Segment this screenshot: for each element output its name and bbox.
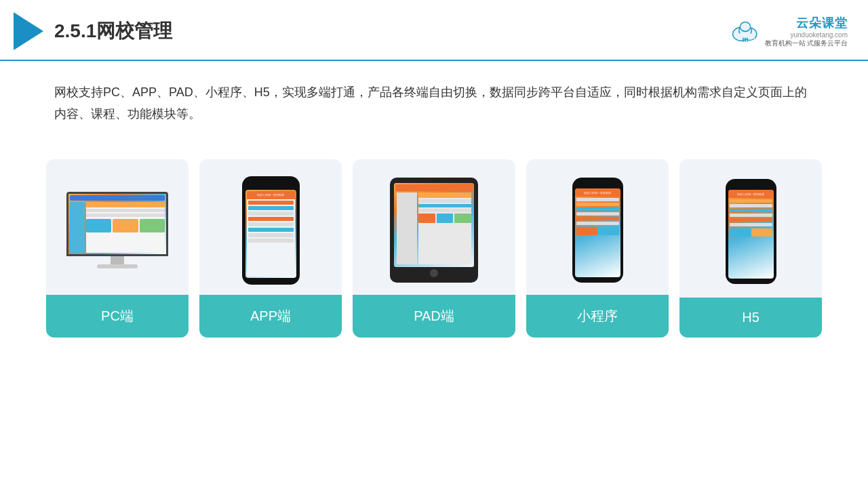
mini-phone-screen-miniprogram: 职进人的第一堂职能课 [575,188,620,277]
tablet-body [395,191,473,266]
phone-screen-header-app: 职进人的第一堂职能课 [247,191,295,199]
pc-stand-base [97,264,138,268]
pc-content-area [70,202,165,253]
card-h5-image: 职进人的第一堂职能课 [679,159,822,298]
mini-phone-h5: 职进人的第一堂职能课 [726,179,776,284]
screen-row-3 [248,211,294,216]
brand-tagline: 教育机构一站 式服务云平台 [765,39,848,47]
mini-phone-miniprogram: 职进人的第一堂职能课 [572,178,623,283]
header-right: 云朵课堂 yunduoketang.com 教育机构一站 式服务云平台 [730,15,848,47]
card-h5-label: H5 [679,298,822,338]
phone-notch-app [260,183,281,187]
screen-row-4 [248,217,294,221]
phone-screen-body-app [247,199,295,277]
screen-row-8 [248,239,294,243]
card-pad: PAD端 [353,159,515,338]
description-text: 网校支持PC、APP、PAD、小程序、H5，实现多端打通，产品各终端自由切换，数… [0,61,868,132]
card-pc: PC端 [46,159,189,338]
card-app-image: 职进人的第一堂职能课 [199,159,342,295]
phone-screen-content-app: 职进人的第一堂职能课 [245,190,296,278]
mini-phone-notch-h5 [743,184,759,188]
brand-name: 云朵课堂 [765,15,848,31]
phone-screen-app: 职进人的第一堂职能课 [245,190,296,278]
screen-row-7 [248,233,294,237]
card-pc-image [46,159,189,295]
tablet-left [397,192,417,264]
screen-row-2 [248,206,294,210]
pc-sidebar [70,202,85,253]
tablet-right [418,192,471,264]
card-pad-image [353,159,515,295]
logo-triangle-icon [14,12,43,50]
card-h5: 职进人的第一堂职能课 H5 [679,159,822,338]
tablet-mockup [390,178,478,283]
card-miniprogram-label: 小程序 [526,295,669,338]
screen-row-1 [248,201,294,205]
pc-screen-inner [68,194,166,254]
cloud-icon [730,19,761,43]
card-app-label: APP端 [199,295,342,338]
tablet-home-btn [430,269,438,277]
tablet-screen-content [394,183,474,267]
cards-container: PC端 职进人的第一堂职能课 [0,139,868,358]
tablet-screen [394,183,474,267]
pc-main [86,202,165,253]
brand-text: 云朵课堂 yunduoketang.com 教育机构一站 式服务云平台 [765,15,848,47]
pc-screen [66,192,168,256]
screen-row-5 [248,222,294,226]
card-miniprogram: 职进人的第一堂职能课 小程序 [526,159,669,338]
mini-phone-screen-h5: 职进人的第一堂职能课 [728,190,774,279]
pc-mockup [60,192,175,268]
tablet-header-bar [395,184,473,191]
brand-logo: 云朵课堂 yunduoketang.com 教育机构一站 式服务云平台 [730,15,848,47]
svg-point-4 [740,22,750,32]
brand-url: yunduoketang.com [765,31,848,39]
screen-row-6 [248,228,294,232]
header-left: 2.5.1网校管理 [14,12,172,50]
card-app: 职进人的第一堂职能课 APP端 [199,159,342,338]
card-miniprogram-image: 职进人的第一堂职能课 [526,159,669,295]
pc-stand-neck [111,256,124,264]
header: 2.5.1网校管理 云朵课堂 yunduoketang.com 教育机构一站 式… [0,0,868,61]
page-title: 2.5.1网校管理 [54,18,172,44]
card-pc-label: PC端 [46,295,189,338]
mini-phone-notch [589,183,606,186]
pc-nav-bar [70,195,165,201]
phone-mockup-app: 职进人的第一堂职能课 [242,176,300,285]
card-pad-label: PAD端 [353,295,515,338]
